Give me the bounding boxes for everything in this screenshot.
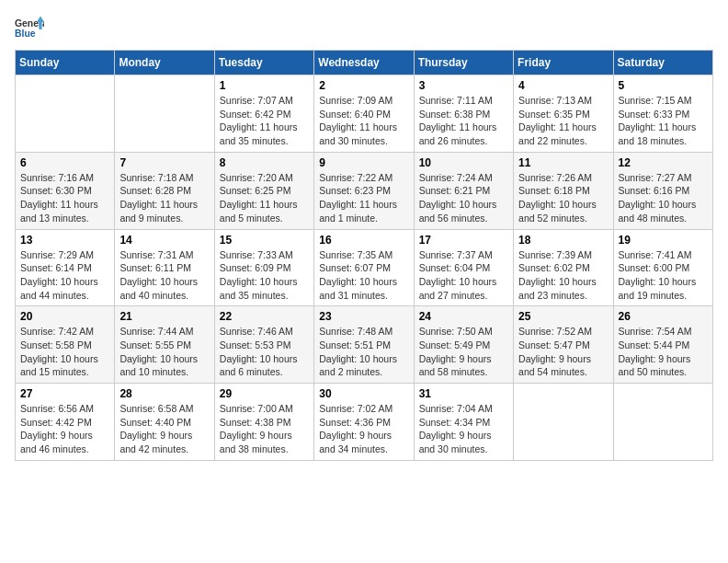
day-detail: Sunrise: 7:16 AMSunset: 6:30 PMDaylight:… — [20, 171, 109, 225]
calendar-cell: 26Sunrise: 7:54 AMSunset: 5:44 PMDayligh… — [613, 306, 712, 384]
calendar-cell: 24Sunrise: 7:50 AMSunset: 5:49 PMDayligh… — [414, 306, 513, 384]
calendar-cell: 16Sunrise: 7:35 AMSunset: 6:07 PMDayligh… — [314, 229, 414, 306]
weekday-header: Thursday — [414, 51, 513, 75]
weekday-header: Tuesday — [214, 51, 313, 75]
day-detail: Sunrise: 7:52 AMSunset: 5:47 PMDaylight:… — [518, 325, 608, 379]
calendar-cell: 10Sunrise: 7:24 AMSunset: 6:21 PMDayligh… — [414, 152, 513, 229]
calendar-week-row: 6Sunrise: 7:16 AMSunset: 6:30 PMDaylight… — [16, 152, 713, 229]
day-number: 23 — [319, 310, 408, 323]
day-number: 9 — [319, 156, 408, 169]
day-detail: Sunrise: 7:15 AMSunset: 6:33 PMDaylight:… — [619, 94, 708, 148]
day-detail: Sunrise: 7:02 AMSunset: 4:36 PMDaylight:… — [319, 402, 408, 456]
calendar-cell — [514, 384, 613, 461]
calendar-cell: 18Sunrise: 7:39 AMSunset: 6:02 PMDayligh… — [514, 229, 613, 306]
day-number: 31 — [419, 387, 508, 400]
day-number: 1 — [220, 79, 309, 92]
calendar-cell: 15Sunrise: 7:33 AMSunset: 6:09 PMDayligh… — [214, 229, 313, 306]
weekday-header: Wednesday — [314, 51, 414, 75]
day-number: 11 — [518, 156, 608, 169]
calendar-cell: 17Sunrise: 7:37 AMSunset: 6:04 PMDayligh… — [414, 229, 513, 306]
calendar-cell: 9Sunrise: 7:22 AMSunset: 6:23 PMDaylight… — [314, 152, 414, 229]
weekday-header: Sunday — [16, 51, 115, 75]
day-number: 15 — [220, 234, 309, 247]
day-detail: Sunrise: 7:07 AMSunset: 6:42 PMDaylight:… — [220, 94, 309, 148]
calendar-cell: 20Sunrise: 7:42 AMSunset: 5:58 PMDayligh… — [16, 306, 115, 384]
calendar-cell: 19Sunrise: 7:41 AMSunset: 6:00 PMDayligh… — [613, 229, 712, 306]
day-detail: Sunrise: 7:44 AMSunset: 5:55 PMDaylight:… — [119, 325, 209, 379]
logo: General Blue — [15, 15, 48, 44]
day-detail: Sunrise: 7:37 AMSunset: 6:04 PMDaylight:… — [419, 248, 508, 303]
day-detail: Sunrise: 7:27 AMSunset: 6:16 PMDaylight:… — [619, 171, 708, 225]
day-detail: Sunrise: 7:48 AMSunset: 5:51 PMDaylight:… — [319, 325, 408, 379]
day-number: 12 — [619, 156, 708, 169]
day-detail: Sunrise: 7:11 AMSunset: 6:38 PMDaylight:… — [419, 94, 508, 148]
calendar-cell: 21Sunrise: 7:44 AMSunset: 5:55 PMDayligh… — [115, 306, 214, 384]
day-number: 10 — [419, 156, 508, 169]
calendar: SundayMondayTuesdayWednesdayThursdayFrid… — [15, 50, 713, 461]
day-detail: Sunrise: 7:29 AMSunset: 6:14 PMDaylight:… — [20, 248, 109, 303]
day-detail: Sunrise: 7:46 AMSunset: 5:53 PMDaylight:… — [220, 325, 309, 379]
day-number: 4 — [518, 79, 608, 92]
day-detail: Sunrise: 7:13 AMSunset: 6:35 PMDaylight:… — [518, 94, 608, 148]
day-detail: Sunrise: 7:54 AMSunset: 5:44 PMDaylight:… — [619, 325, 708, 379]
day-number: 21 — [119, 310, 209, 323]
day-number: 19 — [619, 234, 708, 247]
calendar-cell: 12Sunrise: 7:27 AMSunset: 6:16 PMDayligh… — [613, 152, 712, 229]
calendar-cell: 29Sunrise: 7:00 AMSunset: 4:38 PMDayligh… — [214, 384, 313, 461]
calendar-cell: 11Sunrise: 7:26 AMSunset: 6:18 PMDayligh… — [514, 152, 613, 229]
calendar-cell: 22Sunrise: 7:46 AMSunset: 5:53 PMDayligh… — [214, 306, 313, 384]
calendar-cell: 6Sunrise: 7:16 AMSunset: 6:30 PMDaylight… — [16, 152, 115, 229]
calendar-cell: 27Sunrise: 6:56 AMSunset: 4:42 PMDayligh… — [16, 384, 115, 461]
day-number: 26 — [619, 310, 708, 323]
day-detail: Sunrise: 7:33 AMSunset: 6:09 PMDaylight:… — [220, 248, 309, 303]
calendar-cell: 2Sunrise: 7:09 AMSunset: 6:40 PMDaylight… — [314, 75, 414, 153]
day-number: 30 — [319, 387, 408, 400]
day-detail: Sunrise: 7:41 AMSunset: 6:00 PMDaylight:… — [619, 248, 708, 303]
day-number: 28 — [119, 387, 209, 400]
day-number: 3 — [419, 79, 508, 92]
weekday-header: Saturday — [613, 51, 712, 75]
calendar-cell: 25Sunrise: 7:52 AMSunset: 5:47 PMDayligh… — [514, 306, 613, 384]
day-detail: Sunrise: 7:09 AMSunset: 6:40 PMDaylight:… — [319, 94, 408, 148]
calendar-header-row: SundayMondayTuesdayWednesdayThursdayFrid… — [16, 51, 713, 75]
calendar-cell: 14Sunrise: 7:31 AMSunset: 6:11 PMDayligh… — [115, 229, 214, 306]
day-detail: Sunrise: 7:26 AMSunset: 6:18 PMDaylight:… — [518, 171, 608, 225]
day-detail: Sunrise: 7:50 AMSunset: 5:49 PMDaylight:… — [419, 325, 508, 379]
logo-icon: General Blue — [15, 15, 44, 44]
day-number: 16 — [319, 234, 408, 247]
day-detail: Sunrise: 7:04 AMSunset: 4:34 PMDaylight:… — [419, 402, 508, 456]
calendar-week-row: 27Sunrise: 6:56 AMSunset: 4:42 PMDayligh… — [16, 384, 713, 461]
calendar-week-row: 1Sunrise: 7:07 AMSunset: 6:42 PMDaylight… — [16, 75, 713, 153]
day-number: 17 — [419, 234, 508, 247]
calendar-week-row: 13Sunrise: 7:29 AMSunset: 6:14 PMDayligh… — [16, 229, 713, 306]
calendar-cell — [16, 75, 115, 153]
day-number: 5 — [619, 79, 708, 92]
day-detail: Sunrise: 7:20 AMSunset: 6:25 PMDaylight:… — [220, 171, 309, 225]
day-number: 6 — [20, 156, 109, 169]
day-number: 13 — [20, 234, 109, 247]
calendar-cell: 7Sunrise: 7:18 AMSunset: 6:28 PMDaylight… — [115, 152, 214, 229]
day-detail: Sunrise: 7:18 AMSunset: 6:28 PMDaylight:… — [119, 171, 209, 225]
day-detail: Sunrise: 7:31 AMSunset: 6:11 PMDaylight:… — [119, 248, 209, 303]
day-number: 20 — [20, 310, 109, 323]
day-number: 29 — [220, 387, 309, 400]
calendar-cell — [115, 75, 214, 153]
calendar-cell: 23Sunrise: 7:48 AMSunset: 5:51 PMDayligh… — [314, 306, 414, 384]
day-detail: Sunrise: 7:22 AMSunset: 6:23 PMDaylight:… — [319, 171, 408, 225]
day-number: 24 — [419, 310, 508, 323]
calendar-week-row: 20Sunrise: 7:42 AMSunset: 5:58 PMDayligh… — [16, 306, 713, 384]
day-detail: Sunrise: 7:24 AMSunset: 6:21 PMDaylight:… — [419, 171, 508, 225]
calendar-cell: 13Sunrise: 7:29 AMSunset: 6:14 PMDayligh… — [16, 229, 115, 306]
calendar-cell: 8Sunrise: 7:20 AMSunset: 6:25 PMDaylight… — [214, 152, 313, 229]
calendar-cell: 1Sunrise: 7:07 AMSunset: 6:42 PMDaylight… — [214, 75, 313, 153]
day-number: 2 — [319, 79, 408, 92]
calendar-cell: 28Sunrise: 6:58 AMSunset: 4:40 PMDayligh… — [115, 384, 214, 461]
page-header: General Blue — [15, 15, 713, 44]
day-number: 7 — [119, 156, 209, 169]
day-number: 25 — [518, 310, 608, 323]
day-number: 18 — [518, 234, 608, 247]
weekday-header: Monday — [115, 51, 214, 75]
weekday-header: Friday — [514, 51, 613, 75]
day-detail: Sunrise: 6:58 AMSunset: 4:40 PMDaylight:… — [119, 402, 209, 456]
calendar-cell: 3Sunrise: 7:11 AMSunset: 6:38 PMDaylight… — [414, 75, 513, 153]
